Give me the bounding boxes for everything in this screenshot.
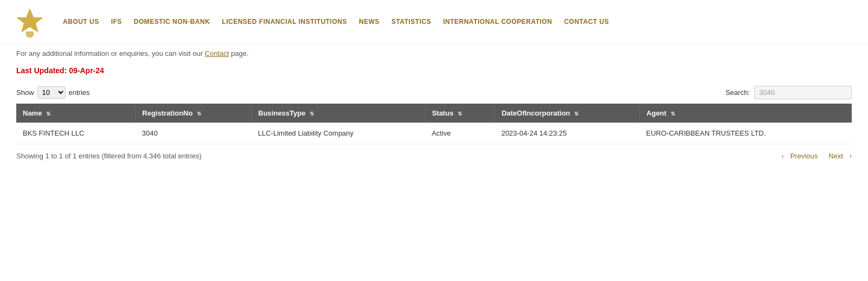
navbar: ABOUT US IFS DOMESTIC NON-BANK LICENSED … [0, 0, 868, 44]
previous-button[interactable]: Previous [786, 150, 822, 162]
sort-date-icon: ⇅ [574, 111, 578, 117]
showing-info: Showing 1 to 1 of 1 entries (filtered fr… [16, 152, 202, 160]
table-footer: Showing 1 to 1 of 1 entries (filtered fr… [16, 150, 852, 162]
cell-status: Active [425, 123, 495, 144]
col-name[interactable]: Name ⇅ [16, 104, 136, 123]
last-updated: Last Updated: 09-Apr-24 [16, 66, 852, 75]
entries-label: entries [69, 88, 90, 97]
col-dateofincorporation[interactable]: DateOfIncorporation ⇅ [495, 104, 640, 123]
sort-biztype-icon: ⇅ [310, 111, 314, 117]
svg-marker-0 [16, 8, 43, 33]
nav-about-us[interactable]: ABOUT US [60, 16, 102, 28]
svg-rect-2 [27, 36, 33, 37]
next-button[interactable]: Next [824, 150, 847, 162]
table-controls: Show 10 25 50 100 entries Search: [16, 86, 852, 99]
sort-name-icon: ⇅ [46, 111, 50, 117]
info-text: For any additional information or enquir… [16, 49, 852, 58]
col-registrationno[interactable]: RegistrationNo ⇅ [136, 104, 252, 123]
nav-statistics[interactable]: STATISTICS [388, 16, 434, 28]
nav-news[interactable]: NEWS [356, 16, 383, 28]
sort-status-icon: ⇅ [458, 111, 462, 117]
contact-link[interactable]: Contact [205, 49, 229, 58]
search-label: Search: [725, 88, 750, 97]
last-updated-label: Last Updated: [16, 66, 67, 75]
table-header: Name ⇅ RegistrationNo ⇅ BusinessType ⇅ S… [16, 104, 852, 123]
nav-international-cooperation[interactable]: INTERNATIONAL COOPERATION [440, 16, 555, 28]
entries-select[interactable]: 10 25 50 100 [37, 86, 66, 99]
show-entries-control: Show 10 25 50 100 entries [16, 86, 90, 99]
show-label: Show [16, 88, 34, 97]
cell-registrationno: 3040 [136, 123, 252, 144]
next-arrow-icon: › [850, 152, 852, 160]
last-updated-value: 09-Apr-24 [69, 66, 104, 75]
nav-contact-us[interactable]: CONTACT US [561, 16, 612, 28]
sort-regno-icon: ⇅ [197, 111, 201, 117]
nav-ifs[interactable]: IFS [108, 16, 125, 28]
cell-businesstype: LLC-Limited Liability Company [252, 123, 425, 144]
logo[interactable] [11, 5, 49, 38]
col-businesstype[interactable]: BusinessType ⇅ [252, 104, 425, 123]
nav-licensed-financial[interactable]: LICENSED FINANCIAL INSTITUTIONS [218, 16, 350, 28]
pagination: ‹ Previous Next › [782, 150, 852, 162]
svg-rect-1 [26, 31, 34, 36]
search-control: Search: [725, 86, 852, 99]
col-agent[interactable]: Agent ⇅ [640, 104, 852, 123]
prev-arrow-icon: ‹ [782, 152, 784, 160]
search-input[interactable] [754, 86, 852, 99]
nav-domestic-non-bank[interactable]: DOMESTIC NON-BANK [131, 16, 214, 28]
info-text-before: For any additional information or enquir… [16, 49, 205, 58]
sort-agent-icon: ⇅ [671, 111, 675, 117]
col-status[interactable]: Status ⇅ [425, 104, 495, 123]
cell-dateofincorporation: 2023-04-24 14:23:25 [495, 123, 640, 144]
cell-name: BKS FINTECH LLC [16, 123, 136, 144]
info-text-after: page. [229, 49, 248, 58]
main-content: For any additional information or enquir… [0, 44, 868, 173]
table-row: BKS FINTECH LLC 3040 LLC-Limited Liabili… [16, 123, 852, 144]
table-body: BKS FINTECH LLC 3040 LLC-Limited Liabili… [16, 123, 852, 144]
cell-agent: EURO-CARIBBEAN TRUSTEES LTD. [640, 123, 852, 144]
nav-links: ABOUT US IFS DOMESTIC NON-BANK LICENSED … [60, 16, 612, 28]
data-table: Name ⇅ RegistrationNo ⇅ BusinessType ⇅ S… [16, 104, 852, 144]
